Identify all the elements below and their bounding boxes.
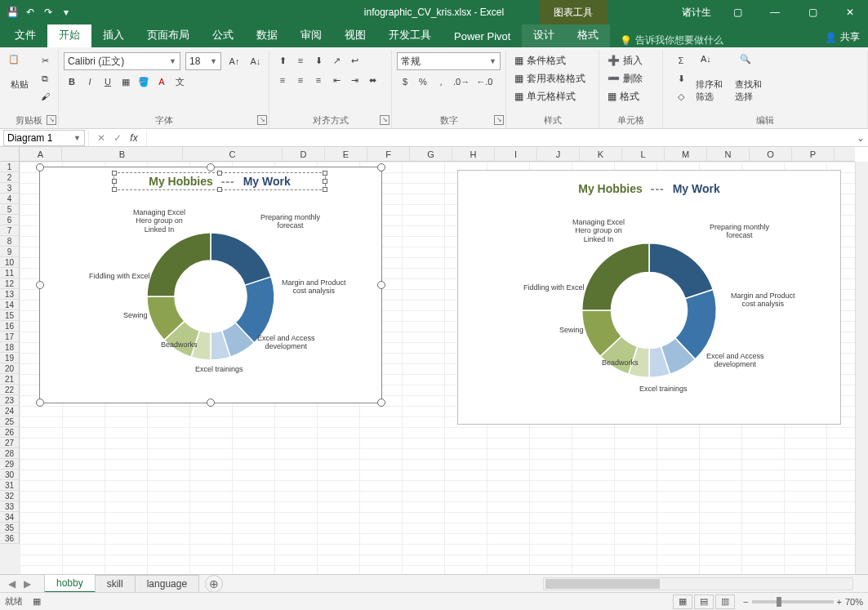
column-headers[interactable]: ABC DEF GHI JKL MNO P [20, 147, 855, 162]
row-headers[interactable]: 1234567891011121314151617181920212223242… [0, 162, 20, 574]
clear-icon[interactable]: ◇ [673, 88, 689, 105]
insert-cells-button[interactable]: ➕插入 [604, 52, 646, 69]
sheet-tab-skill[interactable]: skill [95, 575, 136, 592]
zoom-level[interactable]: 70% [845, 597, 863, 607]
font-name-combo[interactable]: Calibri (正文)▼ [64, 52, 180, 70]
zoom-out-icon[interactable]: − [743, 597, 748, 607]
align-middle-icon[interactable]: ≡ [292, 52, 309, 69]
align-bottom-icon[interactable]: ⬇ [310, 52, 327, 69]
share-button[interactable]: 👤 共享 [817, 27, 868, 47]
clipboard-dialog-icon[interactable]: ↘ [47, 115, 56, 125]
resize-handle-ne[interactable] [377, 163, 385, 171]
alignment-dialog-icon[interactable]: ↘ [380, 115, 389, 125]
cancel-formula-icon[interactable]: ✕ [94, 131, 109, 145]
align-left-icon[interactable]: ≡ [274, 72, 291, 88]
copy-icon[interactable]: ⧉ [37, 70, 53, 87]
expand-formula-bar-icon[interactable]: ⌄ [853, 132, 868, 144]
tab-formulas[interactable]: 公式 [201, 23, 245, 47]
new-sheet-icon[interactable]: ⊕ [205, 575, 223, 593]
format-as-table-button[interactable]: ▦套用表格格式 [511, 70, 589, 87]
align-top-icon[interactable]: ⬆ [274, 52, 291, 69]
maximize-icon[interactable]: ▢ [795, 0, 830, 24]
cell-styles-button[interactable]: ▦单元格样式 [511, 88, 579, 105]
tab-review[interactable]: 审阅 [289, 23, 333, 47]
autosum-icon[interactable]: Σ [673, 52, 689, 69]
phonetic-icon[interactable]: 文 [171, 73, 188, 90]
tab-home[interactable]: 开始 [47, 23, 91, 47]
orientation-icon[interactable]: ↗ [328, 52, 345, 69]
vertical-scrollbar[interactable] [855, 162, 868, 574]
resize-handle-nw[interactable] [36, 163, 44, 171]
page-layout-view-icon[interactable]: ▤ [694, 594, 714, 609]
wrap-text-icon[interactable]: ↩ [346, 52, 363, 69]
conditional-format-button[interactable]: ▦条件格式 [511, 52, 569, 69]
merge-icon[interactable]: ⬌ [364, 72, 381, 88]
ribbon-display-icon[interactable]: ▢ [719, 0, 755, 24]
resize-handle-n[interactable] [207, 163, 215, 171]
sort-filter-button[interactable]: A↓ 排序和筛选 [696, 52, 728, 103]
find-select-button[interactable]: 🔍 查找和选择 [735, 52, 768, 103]
undo-icon[interactable]: ↶ [23, 5, 38, 20]
chart-object-2[interactable]: My Hobbies --- My Work Preparing monthly… [457, 170, 841, 425]
qat-customize-icon[interactable]: ▾ [59, 5, 73, 20]
tab-chart-format[interactable]: 格式 [566, 23, 610, 47]
format-cells-button[interactable]: ▦格式 [604, 88, 643, 105]
normal-view-icon[interactable]: ▦ [673, 594, 692, 609]
decrease-decimal-icon[interactable]: ←.0 [474, 73, 495, 90]
tell-me-box[interactable]: 💡 告诉我你想要做什么 [620, 33, 723, 47]
page-break-view-icon[interactable]: ▥ [715, 594, 735, 609]
increase-font-icon[interactable]: A↑ [226, 53, 243, 69]
sheet-tab-language[interactable]: language [135, 575, 199, 592]
save-icon[interactable]: 💾 [5, 5, 20, 20]
chart-title-selection[interactable]: My Hobbies --- My Work [114, 172, 326, 190]
percent-icon[interactable]: % [415, 73, 431, 90]
fill-color-icon[interactable]: 🪣 [136, 73, 152, 90]
decrease-font-icon[interactable]: A↓ [247, 53, 264, 69]
bold-button[interactable]: B [64, 73, 80, 90]
border-icon[interactable]: ▦ [118, 73, 134, 90]
sheet-nav-next-icon[interactable]: ▶ [20, 578, 34, 590]
align-right-icon[interactable]: ≡ [310, 72, 327, 88]
decrease-indent-icon[interactable]: ⇤ [328, 72, 345, 88]
paste-button[interactable]: 📋 粘贴 [5, 52, 33, 91]
fx-icon[interactable]: fx [127, 131, 141, 145]
chart-object-selected[interactable]: My Hobbies --- My Work Preparing monthly… [39, 167, 382, 403]
align-center-icon[interactable]: ≡ [292, 72, 309, 88]
close-icon[interactable]: ✕ [832, 0, 868, 24]
donut-chart-2[interactable] [572, 233, 727, 388]
horizontal-scrollbar[interactable] [543, 577, 853, 590]
minimize-icon[interactable]: — [757, 0, 793, 24]
user-name[interactable]: 诸计生 [675, 6, 718, 20]
currency-icon[interactable]: $ [397, 73, 413, 90]
select-all-corner[interactable] [0, 147, 20, 162]
format-painter-icon[interactable]: 🖌 [37, 88, 53, 105]
tab-data[interactable]: 数据 [245, 23, 289, 47]
redo-icon[interactable]: ↷ [41, 5, 56, 20]
font-color-icon[interactable]: A [154, 73, 170, 90]
name-box[interactable]: Diagram 1 ▼ [3, 130, 85, 146]
zoom-in-icon[interactable]: + [837, 597, 842, 607]
macro-record-icon[interactable]: ▦ [33, 596, 41, 607]
number-format-combo[interactable]: 常规▼ [397, 52, 501, 70]
fill-icon[interactable]: ⬇ [673, 70, 689, 87]
sheet-nav-prev-icon[interactable]: ◀ [5, 578, 19, 590]
sheet-tab-hobby[interactable]: hobby [44, 574, 96, 593]
tab-file[interactable]: 文件 [3, 23, 47, 47]
zoom-slider[interactable] [752, 600, 834, 603]
underline-button[interactable]: U [100, 73, 116, 90]
tab-power-pivot[interactable]: Power Pivot [443, 25, 522, 47]
italic-button[interactable]: I [82, 73, 98, 90]
comma-icon[interactable]: , [433, 73, 449, 90]
increase-decimal-icon[interactable]: .0→ [451, 73, 472, 90]
cells-grid[interactable]: My Hobbies --- My Work Preparing monthly… [20, 162, 855, 574]
enter-formula-icon[interactable]: ✓ [110, 131, 125, 145]
number-dialog-icon[interactable]: ↘ [494, 115, 504, 125]
tab-page-layout[interactable]: 页面布局 [136, 23, 201, 47]
font-size-combo[interactable]: 18▼ [185, 52, 221, 70]
font-dialog-icon[interactable]: ↘ [257, 115, 267, 125]
delete-cells-button[interactable]: ➖删除 [604, 70, 646, 87]
tab-view[interactable]: 视图 [333, 23, 377, 47]
cut-icon[interactable]: ✂ [37, 52, 53, 69]
tab-chart-design[interactable]: 设计 [522, 23, 566, 47]
increase-indent-icon[interactable]: ⇥ [346, 72, 363, 88]
